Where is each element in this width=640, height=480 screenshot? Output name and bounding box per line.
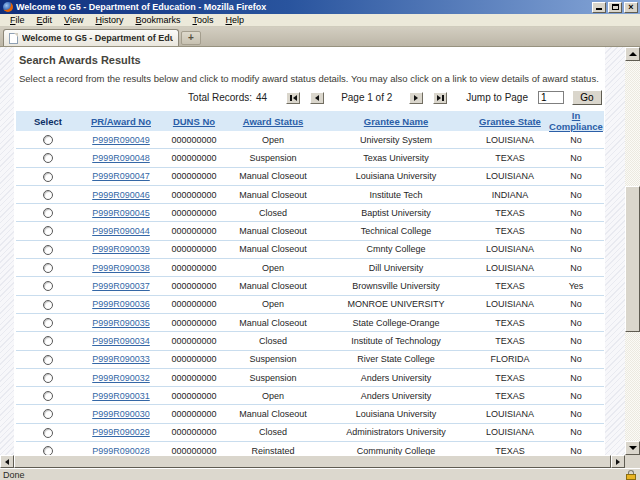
next-page-button[interactable] [409,92,423,104]
select-cell [16,317,80,328]
grantee-state-cell: INDIANA [472,190,548,200]
select-radio[interactable] [43,391,53,401]
award-number-link[interactable]: P999R090032 [92,373,150,383]
duns-no-cell: 000000000 [162,446,226,455]
vertical-scrollbar-thumb[interactable] [625,186,640,332]
minimize-button[interactable] [592,2,606,13]
award-number-link[interactable]: P999R090029 [92,427,150,437]
column-header-grantee-name[interactable]: Grantee Name [320,116,472,127]
previous-page-button[interactable] [310,92,324,104]
select-radio[interactable] [43,226,53,236]
scroll-up-button[interactable] [625,47,640,61]
award-number-link[interactable]: P999R090049 [92,135,150,145]
menu-help[interactable]: Help [219,14,250,26]
award-status-cell: Open [226,135,320,145]
select-radio[interactable] [43,190,53,200]
award-number-link[interactable]: P999R090034 [92,336,150,346]
award-number-link[interactable]: P999R090045 [92,208,150,218]
award-no-cell: P999R090036 [80,299,162,309]
award-status-cell: Manual Closeout [226,190,320,200]
award-number-link[interactable]: P999R090047 [92,171,150,181]
first-page-button[interactable] [286,92,300,104]
award-no-cell: P999R090049 [80,135,162,145]
select-radio[interactable] [43,355,53,365]
grantee-state-cell: FLORIDA [472,354,548,364]
scroll-right-button[interactable] [611,455,625,468]
menu-tools[interactable]: Tools [186,14,219,26]
total-records-label: Total Records: [188,92,252,103]
menu-file[interactable]: File [4,14,31,26]
award-number-link[interactable]: P999R090044 [92,226,150,236]
select-radio[interactable] [43,245,53,255]
scroll-down-button[interactable] [625,441,640,455]
column-header-duns-no[interactable]: DUNS No [162,116,226,127]
award-number-link[interactable]: P999R090038 [92,263,150,273]
select-radio[interactable] [43,446,53,455]
award-number-link[interactable]: P999R090028 [92,446,150,455]
horizontal-scrollbar[interactable] [0,455,640,468]
menu-view[interactable]: View [58,14,89,26]
page-title: Search Awards Results [19,54,604,66]
select-cell [16,208,80,219]
award-number-link[interactable]: P999R090030 [92,409,150,419]
select-radio[interactable] [43,263,53,273]
close-button[interactable]: × [624,2,638,13]
column-header-in-compliance[interactable]: In Compliance [548,110,604,132]
select-radio[interactable] [43,172,53,182]
menu-bookmarks[interactable]: Bookmarks [129,14,186,26]
select-cell [16,226,80,237]
award-number-link[interactable]: P999R090033 [92,354,150,364]
column-header-award-status[interactable]: Award Status [226,116,320,127]
page-background: Search Awards Results Select a record fr… [0,47,625,455]
horizontal-scrollbar-thumb[interactable] [14,455,611,468]
in-compliance-cell: No [548,171,604,181]
scroll-left-button[interactable] [0,455,14,468]
award-number-link[interactable]: P999R090035 [92,318,150,328]
select-radio[interactable] [43,281,53,291]
restore-button[interactable] [608,2,622,13]
award-number-link[interactable]: P999R090046 [92,190,150,200]
table-row: P999R090035000000000Manual CloseoutState… [16,314,604,332]
select-radio[interactable] [43,300,53,310]
go-button[interactable]: Go [572,90,602,105]
table-row: P999R090047000000000Manual CloseoutLouis… [16,168,604,186]
status-bar: Done [0,468,640,480]
select-radio[interactable] [43,409,53,419]
award-number-link[interactable]: P999R090031 [92,391,150,401]
tab-active[interactable]: Welcome to G5 - Department of Edu... [3,29,179,46]
menu-history[interactable]: History [89,14,129,26]
select-radio[interactable] [43,318,53,328]
in-compliance-cell: No [548,299,604,309]
grantee-name-cell: Community College [320,446,472,455]
select-radio[interactable] [43,208,53,218]
award-number-link[interactable]: P999R090048 [92,153,150,163]
new-tab-button[interactable]: + [181,31,201,45]
select-radio[interactable] [43,135,53,145]
select-radio[interactable] [43,153,53,163]
column-header-pr-award-no[interactable]: PR/Award No [80,116,162,127]
pagination-bar: Total Records: 44 Page 1 of 2 Jump to Pa… [16,90,604,105]
grantee-state-cell: TEXAS [472,281,548,291]
table-row: P999R090032000000000SuspensionAnders Uni… [16,369,604,387]
select-radio[interactable] [43,373,53,383]
award-number-link[interactable]: P999R090037 [92,281,150,291]
select-radio[interactable] [43,428,53,438]
duns-no-cell: 000000000 [162,391,226,401]
grantee-name-cell: Institute of Technology [320,336,472,346]
menu-edit[interactable]: Edit [31,14,59,26]
table-row: P999R090031000000000OpenAnders Universit… [16,387,604,405]
first-page-icon [290,95,292,101]
in-compliance-cell: No [548,226,604,236]
select-cell [16,171,80,182]
vertical-scrollbar[interactable] [625,47,640,455]
select-cell [16,299,80,310]
last-page-button[interactable] [433,92,447,104]
duns-no-cell: 000000000 [162,263,226,273]
column-header-grantee-state[interactable]: Grantee State [472,116,548,127]
grantee-name-cell: Baptist University [320,208,472,218]
select-cell [16,354,80,365]
award-number-link[interactable]: P999R090036 [92,299,150,309]
jump-to-page-input[interactable] [538,91,564,104]
select-radio[interactable] [43,336,53,346]
award-number-link[interactable]: P999R090039 [92,244,150,254]
